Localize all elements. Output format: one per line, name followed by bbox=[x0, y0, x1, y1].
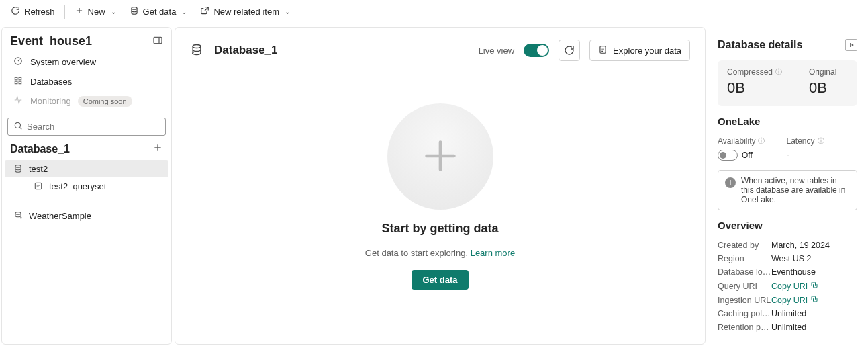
svg-point-7 bbox=[15, 122, 20, 128]
tree-item-label: test2_queryset bbox=[49, 181, 106, 191]
kv-caching-policy: Caching policy Unlimited bbox=[718, 309, 857, 318]
svg-rect-4 bbox=[19, 77, 21, 80]
kv-retention-policy: Retention policy Unlimited bbox=[718, 322, 857, 332]
empty-state-sub-text: Get data to start exploring. bbox=[365, 248, 471, 258]
info-icon: i bbox=[725, 177, 736, 188]
new-label: New bbox=[88, 7, 105, 17]
empty-state-title: Start by getting data bbox=[381, 222, 498, 236]
overview-list: Created by March, 19 2024 Region West US… bbox=[718, 241, 857, 332]
chevron-down-icon: ⌄ bbox=[111, 8, 116, 15]
nav-monitoring: Monitoring Coming soon bbox=[5, 91, 168, 111]
app-body: Event_house1 System overview Databases bbox=[0, 24, 868, 346]
empty-state: Start by getting data Get data to start … bbox=[190, 61, 690, 332]
svg-point-10 bbox=[15, 212, 21, 215]
get-data-label: Get data bbox=[143, 7, 177, 17]
svg-point-8 bbox=[15, 165, 21, 168]
chevron-down-icon: ⌄ bbox=[181, 8, 187, 15]
empty-state-subtitle: Get data to start exploring. Learn more bbox=[365, 248, 515, 258]
tree-item-label: test2 bbox=[29, 164, 48, 174]
explore-label: Explore your data bbox=[613, 46, 681, 56]
details-panel: Database details Compressed ⓘ 0B Origina… bbox=[708, 27, 867, 345]
copy-icon bbox=[810, 281, 818, 291]
kv-key: Created by bbox=[718, 241, 771, 250]
side-nav: System overview Databases Monitoring Com… bbox=[2, 52, 171, 111]
kv-key: Caching policy bbox=[718, 309, 771, 318]
search-box[interactable] bbox=[7, 118, 166, 136]
svg-rect-6 bbox=[19, 81, 21, 84]
tree-item-label: WeatherSample bbox=[29, 211, 91, 221]
queryset-icon bbox=[33, 181, 44, 191]
kv-region: Region West US 2 bbox=[718, 254, 857, 263]
svg-rect-3 bbox=[15, 77, 17, 80]
info-icon[interactable]: ⓘ bbox=[758, 136, 765, 146]
tree-item-weathersample[interactable]: WeatherSample bbox=[5, 207, 168, 224]
database-link-icon bbox=[13, 210, 23, 221]
database-icon bbox=[13, 163, 23, 174]
search-input[interactable] bbox=[27, 122, 160, 132]
plus-icon bbox=[75, 6, 84, 17]
toolbar-divider bbox=[64, 5, 65, 19]
side-panel: Event_house1 System overview Databases bbox=[1, 27, 172, 345]
explore-icon bbox=[598, 45, 608, 56]
onelake-toggle[interactable] bbox=[718, 150, 738, 161]
new-button[interactable]: New ⌄ bbox=[69, 3, 122, 20]
info-text: When active, new tables in this database… bbox=[741, 176, 850, 204]
latency-label: Latency ⓘ bbox=[786, 136, 824, 146]
nav-monitoring-label: Monitoring bbox=[30, 96, 71, 106]
refresh-main-button[interactable] bbox=[559, 40, 580, 61]
size-card: Compressed ⓘ 0B Original 0B bbox=[718, 60, 857, 106]
db-tree: test2 test2_queryset WeatherSample bbox=[2, 159, 171, 226]
kv-value: March, 19 2024 bbox=[771, 241, 830, 250]
empty-state-graphic bbox=[387, 103, 493, 210]
info-icon[interactable]: ⓘ bbox=[775, 67, 782, 77]
monitor-icon bbox=[13, 95, 23, 107]
kv-value: Unlimited bbox=[771, 322, 806, 332]
nav-system-overview-label: System overview bbox=[30, 57, 96, 67]
latency-value: - bbox=[786, 150, 824, 159]
get-data-cta-button[interactable]: Get data bbox=[412, 270, 468, 290]
info-icon[interactable]: ⓘ bbox=[818, 136, 824, 146]
collapse-panel-button[interactable] bbox=[845, 39, 857, 51]
kv-key: Database locati… bbox=[718, 267, 771, 277]
learn-more-link[interactable]: Learn more bbox=[471, 248, 515, 258]
expand-panel-icon[interactable] bbox=[152, 35, 163, 48]
add-button[interactable] bbox=[152, 142, 163, 156]
svg-rect-1 bbox=[154, 37, 162, 43]
compressed-size-value: 0B bbox=[727, 79, 782, 97]
copy-ingestion-url-link[interactable]: Copy URI bbox=[771, 295, 818, 305]
new-related-label: New related item bbox=[213, 7, 279, 17]
nav-system-overview[interactable]: System overview bbox=[5, 52, 168, 72]
kv-created-by: Created by March, 19 2024 bbox=[718, 241, 857, 250]
main-panel: Database_1 Live view Explore your data bbox=[175, 27, 706, 345]
live-view-toggle[interactable] bbox=[524, 44, 549, 57]
kv-value: Eventhouse bbox=[771, 267, 816, 277]
nav-databases[interactable]: Databases bbox=[5, 72, 168, 91]
copy-query-uri-link[interactable]: Copy URI bbox=[771, 281, 818, 291]
get-data-button[interactable]: Get data ⌄ bbox=[124, 3, 193, 20]
availability-value: Off bbox=[718, 150, 765, 161]
nav-databases-label: Databases bbox=[30, 77, 72, 87]
database-name-title[interactable]: Database_1 bbox=[210, 42, 282, 58]
explore-data-button[interactable]: Explore your data bbox=[589, 40, 690, 61]
refresh-label: Refresh bbox=[24, 7, 55, 17]
database-title: Database_1 bbox=[10, 143, 70, 155]
kv-key: Retention policy bbox=[718, 322, 771, 332]
kv-database-location: Database locati… Eventhouse bbox=[718, 267, 857, 277]
refresh-button[interactable]: Refresh bbox=[5, 3, 60, 20]
tree-item-test2[interactable]: test2 bbox=[5, 160, 168, 177]
onelake-row: Availability ⓘ Off Latency ⓘ - bbox=[718, 136, 857, 161]
open-external-icon bbox=[200, 6, 209, 17]
live-view-label: Live view bbox=[479, 46, 514, 56]
svg-rect-5 bbox=[15, 81, 17, 84]
get-data-icon bbox=[130, 6, 139, 17]
kv-query-uri: Query URI Copy URI bbox=[718, 281, 857, 291]
top-toolbar: Refresh New ⌄ Get data ⌄ New related ite… bbox=[0, 0, 868, 24]
details-header: Database details bbox=[718, 39, 857, 51]
grid-icon bbox=[13, 76, 23, 87]
tree-item-queryset[interactable]: test2_queryset bbox=[5, 177, 168, 195]
kv-value: West US 2 bbox=[771, 254, 812, 263]
plus-icon bbox=[417, 132, 464, 181]
kv-ingestion-url: Ingestion URL Copy URI bbox=[718, 295, 857, 305]
coming-soon-badge: Coming soon bbox=[78, 96, 132, 107]
new-related-item-button[interactable]: New related item ⌄ bbox=[195, 3, 295, 20]
